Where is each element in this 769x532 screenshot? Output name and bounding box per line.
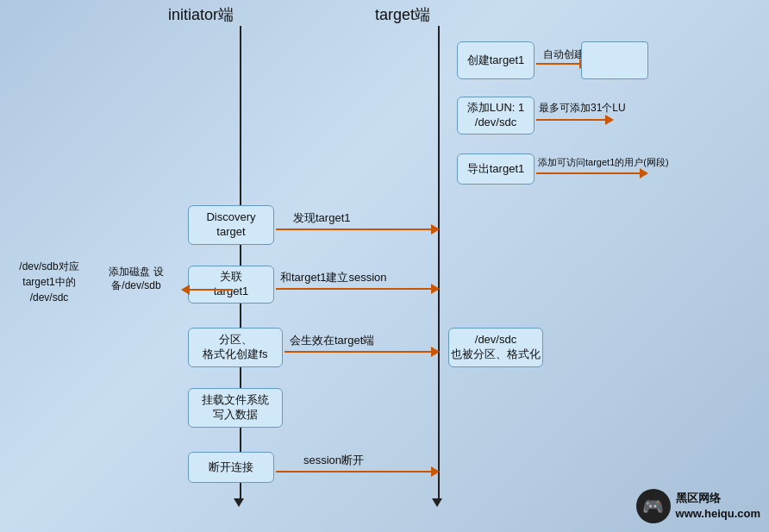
- label-discover: 发现target1: [293, 210, 350, 226]
- watermark-icon: 🎮: [636, 489, 671, 523]
- label-add-disk: 添加磁盘 设备/dev/sdb: [93, 266, 179, 292]
- left-info: /dev/sdb对应 target1中的 /dev/sdc: [10, 259, 88, 305]
- label-session-close: session断开: [303, 453, 364, 468]
- col-header-initiator: initiator端: [168, 4, 234, 25]
- label-session: 和target1建立session: [280, 270, 387, 285]
- watermark: 🎮 黑区网络 www.heiqu.com: [636, 489, 760, 523]
- arrow-add-users: [536, 168, 648, 178]
- vline-target-arrow: [432, 498, 442, 507]
- box-disconnect: 断开连接: [188, 452, 274, 483]
- vline-target: [438, 26, 440, 500]
- box-add-lun: 添加LUN: 1 /dev/sdc: [457, 97, 535, 135]
- box-export-target1: 导出target1: [457, 153, 535, 185]
- arrow-max-lun: [536, 115, 614, 125]
- box-dev-sdc-partition: /dev/sdc 也被分区、格式化: [448, 328, 543, 367]
- box-mount-write: 挂载文件系统 写入数据: [188, 388, 283, 428]
- diagram-container: initiator端 target端 创建target1 自动创建 添加LUN:…: [0, 0, 769, 532]
- label-max-lun: 最多可添加31个LU: [539, 102, 626, 116]
- box-create-target1: 创建target1: [457, 41, 535, 79]
- arrow-add-disk: [181, 285, 233, 295]
- vline-initiator: [240, 26, 241, 500]
- box-lun-controller: [581, 41, 648, 79]
- label-add-users: 添加可访问target1的用户(网段): [538, 156, 669, 168]
- label-effective: 会生效在target端: [290, 333, 374, 348]
- box-partition-format: 分区、 格式化创建fs: [188, 328, 283, 367]
- watermark-text: 黑区网络 www.heiqu.com: [676, 491, 760, 522]
- vline-initiator-arrow: [234, 498, 244, 507]
- arrow-auto-create: [536, 59, 588, 69]
- box-discovery-target: Discovery target: [188, 205, 274, 245]
- col-header-target: target端: [375, 4, 430, 25]
